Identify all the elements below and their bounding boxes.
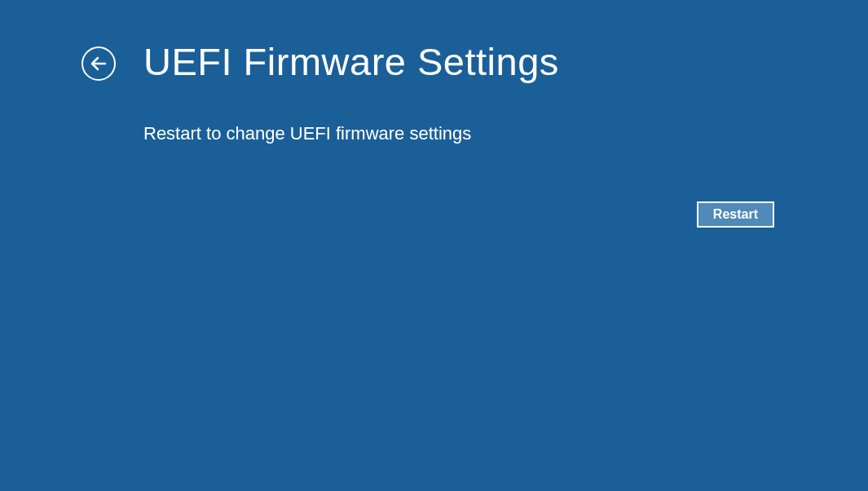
page-title: UEFI Firmware Settings [143,39,559,84]
page-subtitle: Restart to change UEFI firmware settings [143,123,774,144]
header: UEFI Firmware Settings [82,39,774,84]
back-button[interactable] [82,46,116,81]
back-arrow-icon [89,54,108,73]
restart-button[interactable]: Restart [697,201,774,228]
button-row: Restart [82,201,774,228]
page-container: UEFI Firmware Settings Restart to change… [0,0,868,228]
